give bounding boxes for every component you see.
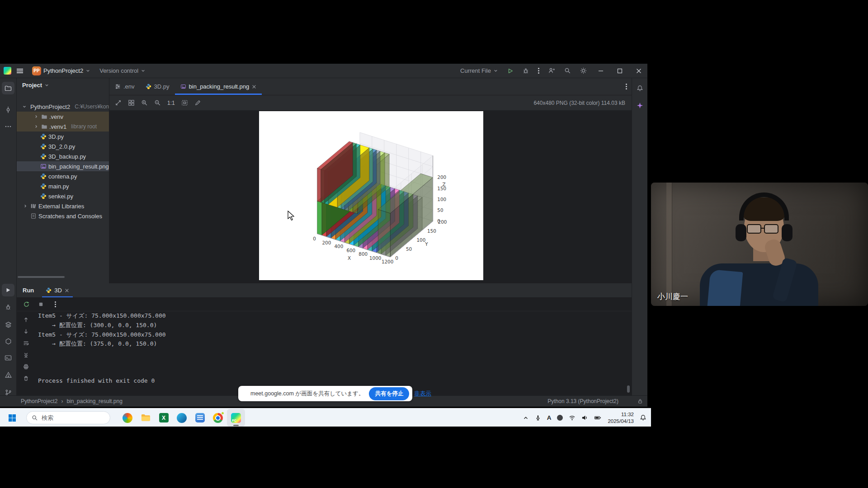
breadcrumb-project[interactable]: PythonProject2 — [21, 398, 57, 404]
tree-item-project-root[interactable]: PythonProject2 C:¥Users¥kone — [17, 102, 109, 112]
close-tab-icon[interactable] — [65, 288, 69, 293]
taskbar-app-icons: X PC — [118, 409, 245, 427]
print-icon[interactable] — [21, 362, 30, 371]
tree-item-3d-py[interactable]: 3D.py — [17, 131, 109, 141]
minimize-button[interactable] — [592, 64, 609, 78]
taskbar-edge-icon[interactable] — [173, 409, 191, 427]
tree-item-venv1[interactable]: .venv1 library root — [17, 122, 109, 131]
close-tab-icon[interactable] — [252, 84, 256, 89]
tree-item-contena-py[interactable]: contena.py — [17, 171, 109, 181]
grid-icon[interactable] — [128, 99, 135, 106]
image-file-icon — [40, 163, 47, 169]
meet-video-area: 小川慶一 — [651, 0, 868, 488]
tab-list-button[interactable] — [626, 78, 632, 95]
zoom-in-icon[interactable] — [141, 99, 148, 106]
soft-wrap-icon[interactable] — [21, 338, 30, 347]
taskbar-pycharm-icon[interactable]: PC — [227, 409, 245, 427]
participant-name-label: 小川慶一 — [657, 291, 688, 302]
taskbar-search-box[interactable]: 検索 — [26, 411, 110, 424]
svg-text:1200: 1200 — [382, 259, 393, 264]
tree-item-3d-20-py[interactable]: 3D_2.0.py — [17, 141, 109, 151]
tree-item-senkei-py[interactable]: senkei.py — [17, 191, 109, 201]
tree-item-main-py[interactable]: main.py — [17, 181, 109, 191]
tray-chevron-icon[interactable] — [523, 415, 529, 421]
tree-item-venv[interactable]: .venv — [17, 112, 109, 122]
tab-bin-packing-result-png[interactable]: bin_packing_result.png — [175, 78, 262, 95]
console-line: Item5 - サイズ: 75.000x150.000x75.000 — [38, 331, 166, 340]
tree-item-bin-packing-result-png[interactable]: bin_packing_result.png — [17, 161, 109, 171]
taskbar-chrome-icon[interactable] — [209, 409, 227, 427]
taskbar-notepad-icon[interactable] — [191, 409, 209, 427]
hide-banner-button[interactable]: 非表示 — [414, 390, 431, 398]
terminal-tool-button[interactable] — [2, 352, 14, 364]
project-panel-header[interactable]: Project — [17, 78, 109, 92]
taskbar-copilot-icon[interactable] — [118, 409, 137, 427]
project-badge: PP — [32, 66, 41, 75]
tab-env[interactable]: .env — [109, 78, 140, 95]
rerun-icon[interactable] — [23, 301, 30, 308]
tray-mic-icon[interactable] — [535, 415, 541, 421]
tray-ime-indicator[interactable]: A — [547, 414, 552, 421]
stop-sharing-button[interactable]: 共有を停止 — [369, 387, 409, 400]
taskbar-explorer-icon[interactable] — [137, 409, 155, 427]
problems-tool-button[interactable] — [2, 368, 14, 381]
more-actions-button[interactable] — [534, 69, 543, 73]
clear-console-icon[interactable] — [21, 374, 30, 383]
tray-app-icon[interactable] — [557, 415, 563, 421]
tree-item-external-libraries[interactable]: External Libraries — [17, 201, 109, 211]
project-widget[interactable]: PP PythonProject2 — [28, 65, 94, 77]
participant-video-tile[interactable]: 小川慶一 — [651, 183, 868, 306]
kebab-icon[interactable] — [55, 304, 56, 305]
vcs-widget-label: Version control — [99, 67, 138, 74]
run-tool-button[interactable] — [2, 284, 14, 296]
tree-item-label: PythonProject2 — [30, 103, 70, 110]
search-everywhere-button[interactable] — [561, 66, 575, 75]
lock-icon[interactable] — [637, 399, 643, 404]
tray-volume-icon[interactable] — [581, 414, 588, 421]
tray-bell-icon[interactable] — [640, 414, 646, 421]
scroll-down-icon[interactable] — [21, 327, 30, 336]
debug-tool-button[interactable] — [2, 301, 14, 314]
tray-wifi-icon[interactable] — [569, 414, 576, 421]
stop-icon[interactable] — [38, 301, 44, 307]
zoom-out-icon[interactable] — [154, 99, 161, 106]
scroll-up-icon[interactable] — [21, 315, 30, 324]
ai-assistant-button[interactable] — [633, 99, 646, 112]
run-button[interactable] — [504, 66, 517, 75]
console-scrollbar[interactable] — [627, 385, 630, 393]
more-tool-windows-button[interactable] — [2, 120, 14, 133]
commit-tool-button[interactable] — [2, 103, 14, 116]
taskbar-excel-icon[interactable]: X — [155, 409, 173, 427]
run-config-selector[interactable]: Current File — [457, 66, 502, 75]
resize-icon[interactable] — [115, 99, 122, 106]
debug-button[interactable] — [519, 66, 533, 75]
zoom-actual-size-button[interactable]: 1:1 — [167, 100, 175, 106]
tab-3d-py[interactable]: 3D.py — [140, 78, 175, 95]
services-tool-button[interactable] — [2, 335, 14, 347]
edit-externally-icon[interactable] — [194, 99, 201, 106]
breadcrumb-file[interactable]: bin_packing_result.png — [66, 398, 122, 404]
tree-item-scratches[interactable]: Scratches and Consoles — [17, 211, 109, 221]
run-tab-3d[interactable]: 3D — [42, 283, 73, 297]
close-button[interactable] — [630, 64, 647, 78]
notifications-button[interactable] — [633, 82, 646, 94]
chevron-right-icon — [34, 114, 38, 119]
packages-tool-button[interactable] — [2, 318, 14, 331]
start-button[interactable] — [6, 412, 18, 424]
vcs-widget[interactable]: Version control — [96, 66, 149, 75]
project-tool-button[interactable] — [2, 82, 14, 94]
git-branch-icon — [5, 389, 12, 396]
svg-text:1000: 1000 — [369, 255, 381, 261]
project-horizontal-scrollbar[interactable] — [18, 276, 65, 278]
settings-button[interactable] — [576, 66, 590, 75]
main-menu-button[interactable] — [13, 69, 27, 73]
tree-item-label: main.py — [48, 183, 69, 190]
tree-item-3d-backup-py[interactable]: 3D_backup.py — [17, 151, 109, 161]
interpreter-widget[interactable]: Python 3.13 (PythonProject2) — [547, 398, 618, 404]
maximize-button[interactable] — [611, 64, 628, 78]
code-with-me-button[interactable] — [545, 66, 559, 75]
fit-zoom-icon[interactable] — [181, 99, 188, 106]
tray-clock[interactable]: 11:32 2025/04/13 — [608, 411, 634, 424]
scroll-to-end-icon[interactable] — [21, 350, 30, 359]
tray-battery-icon[interactable] — [594, 414, 602, 421]
